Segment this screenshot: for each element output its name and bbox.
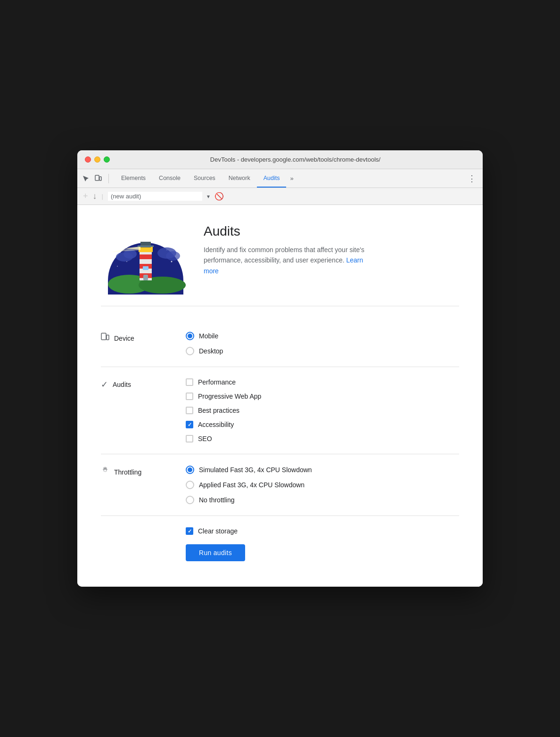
run-audits-button[interactable]: Run audits	[186, 544, 245, 561]
svg-rect-30	[101, 333, 106, 340]
svg-rect-29	[143, 266, 148, 270]
audit-performance-checkbox[interactable]	[186, 378, 193, 386]
tab-console[interactable]: Console	[152, 169, 187, 188]
device-options: Mobile Desktop	[186, 332, 223, 355]
svg-rect-27	[138, 246, 154, 247]
audit-seo-option[interactable]: SEO	[186, 435, 261, 442]
audit-performance-option[interactable]: Performance	[186, 378, 261, 386]
throttle-none-radio[interactable]	[186, 496, 194, 504]
window-title: DevTools - developers.google.com/web/too…	[115, 156, 475, 163]
toolbar-icons	[81, 174, 109, 183]
clear-storage-row: Clear storage	[186, 527, 459, 535]
throttling-options: Simulated Fast 3G, 4x CPU Slowdown Appli…	[186, 466, 312, 504]
device-label: Device	[101, 332, 176, 344]
main-content: Audits Identify and fix common problems …	[77, 205, 483, 587]
minimize-button[interactable]	[94, 156, 100, 163]
close-button[interactable]	[85, 156, 91, 163]
device-icon[interactable]	[93, 174, 103, 183]
device-section: Device Mobile Desktop	[101, 320, 459, 367]
devtools-window: DevTools - developers.google.com/web/too…	[77, 150, 483, 587]
tab-network[interactable]: Network	[222, 169, 257, 188]
throttle-simulated-option[interactable]: Simulated Fast 3G, 4x CPU Slowdown	[186, 466, 312, 474]
clear-storage-checkbox[interactable]	[186, 527, 193, 535]
download-button[interactable]: ↓	[93, 191, 97, 201]
device-mobile-option[interactable]: Mobile	[186, 332, 223, 340]
header-description: Identify and fix common problems that af…	[204, 245, 373, 276]
svg-rect-1	[99, 177, 101, 180]
svg-point-6	[138, 237, 140, 239]
svg-rect-28	[143, 275, 148, 280]
cursor-icon[interactable]	[81, 174, 91, 183]
throttle-none-option[interactable]: No throttling	[186, 496, 312, 504]
devtools-menu-button[interactable]: ⋮	[465, 173, 479, 184]
audit-toolbar: + ↓ | (new audit) ▾ 🚫	[77, 188, 483, 205]
checkmark-icon: ✓	[101, 379, 108, 390]
nav-toolbar: Elements Console Sources Network Audits …	[77, 169, 483, 188]
settings-icon	[101, 467, 109, 477]
audit-best-practices-checkbox[interactable]	[186, 407, 193, 414]
maximize-button[interactable]	[104, 156, 110, 163]
throttle-applied-option[interactable]: Applied Fast 3G, 4x CPU Slowdown	[186, 481, 312, 489]
throttling-section: Throttling Simulated Fast 3G, 4x CPU Slo…	[101, 454, 459, 516]
cancel-icon[interactable]: 🚫	[214, 192, 224, 201]
throttle-simulated-radio[interactable]	[186, 466, 194, 474]
toolbar-divider: |	[102, 193, 103, 200]
traffic-lights	[85, 156, 110, 163]
audits-section: ✓ Audits Performance Progressive Web App…	[101, 367, 459, 454]
audits-label: ✓ Audits	[101, 378, 176, 390]
svg-point-11	[171, 261, 173, 262]
audit-pwa-option[interactable]: Progressive Web App	[186, 393, 261, 400]
add-audit-button[interactable]: +	[83, 191, 88, 201]
device-mobile-radio[interactable]	[186, 332, 194, 340]
title-bar: DevTools - developers.google.com/web/too…	[77, 150, 483, 169]
svg-point-8	[156, 239, 158, 241]
svg-point-18	[166, 251, 180, 261]
device-icon	[101, 333, 109, 344]
audit-accessibility-checkbox[interactable]	[186, 421, 193, 428]
svg-point-12	[117, 266, 118, 267]
tab-audits[interactable]: Audits	[257, 169, 287, 188]
page-title: Audits	[204, 224, 373, 239]
more-tabs-button[interactable]: »	[286, 175, 297, 182]
audit-checkboxes: Performance Progressive Web App Best pra…	[186, 378, 261, 442]
svg-rect-31	[107, 335, 109, 340]
nav-tabs: Elements Console Sources Network Audits …	[115, 169, 465, 188]
audit-best-practices-option[interactable]: Best practices	[186, 407, 261, 414]
device-desktop-option[interactable]: Desktop	[186, 347, 223, 355]
audit-dropdown-icon[interactable]: ▾	[207, 193, 210, 200]
audit-pwa-checkbox[interactable]	[186, 393, 193, 400]
lighthouse-illustration	[101, 219, 190, 295]
audit-accessibility-option[interactable]: Accessibility	[186, 421, 261, 428]
audit-seo-checkbox[interactable]	[186, 435, 193, 442]
throttle-applied-radio[interactable]	[186, 481, 194, 489]
header-text: Audits Identify and fix common problems …	[204, 219, 373, 276]
audit-name-display: (new audit)	[108, 192, 202, 201]
header-section: Audits Identify and fix common problems …	[101, 219, 459, 306]
tab-sources[interactable]: Sources	[187, 169, 222, 188]
svg-rect-0	[95, 175, 99, 180]
throttling-label: Throttling	[101, 466, 176, 477]
run-section: Clear storage Run audits	[101, 516, 459, 573]
tab-elements[interactable]: Elements	[115, 169, 152, 188]
svg-rect-20	[140, 254, 152, 259]
svg-point-5	[129, 242, 130, 244]
device-desktop-radio[interactable]	[186, 347, 194, 355]
